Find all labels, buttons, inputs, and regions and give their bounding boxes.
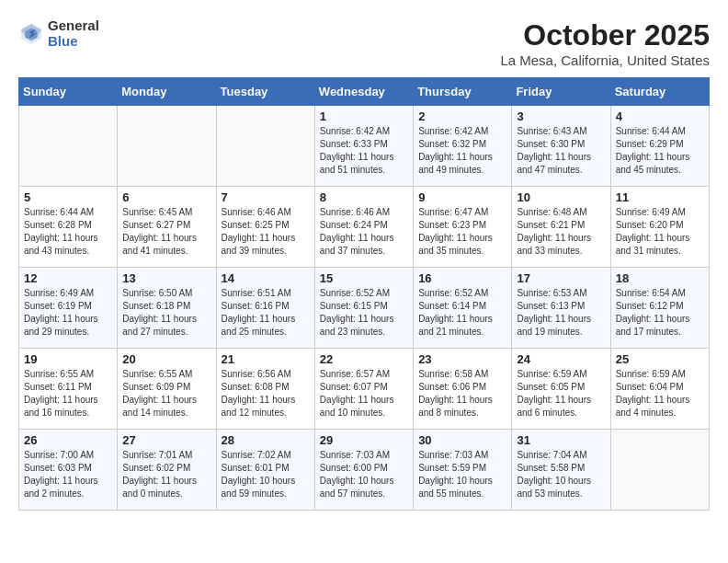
week-row-1: 1Sunrise: 6:42 AMSunset: 6:33 PMDaylight… bbox=[19, 106, 710, 187]
day-info: Sunrise: 7:00 AMSunset: 6:03 PMDaylight:… bbox=[24, 449, 112, 500]
logo-text: General Blue bbox=[48, 18, 99, 49]
day-info: Sunrise: 6:50 AMSunset: 6:18 PMDaylight:… bbox=[122, 287, 210, 339]
day-cell: 22Sunrise: 6:57 AMSunset: 6:07 PMDayligh… bbox=[314, 349, 413, 430]
day-cell: 28Sunrise: 7:02 AMSunset: 6:01 PMDayligh… bbox=[216, 430, 314, 511]
day-number: 8 bbox=[320, 190, 408, 204]
day-cell: 24Sunrise: 6:59 AMSunset: 6:05 PMDayligh… bbox=[512, 349, 610, 430]
day-cell: 19Sunrise: 6:55 AMSunset: 6:11 PMDayligh… bbox=[19, 349, 118, 430]
day-info: Sunrise: 6:42 AMSunset: 6:33 PMDaylight:… bbox=[320, 125, 408, 177]
day-number: 10 bbox=[517, 190, 605, 204]
day-number: 29 bbox=[320, 433, 408, 447]
weekday-header-row: SundayMondayTuesdayWednesdayThursdayFrid… bbox=[19, 78, 710, 106]
day-cell: 30Sunrise: 7:03 AMSunset: 5:59 PMDayligh… bbox=[414, 430, 512, 511]
day-info: Sunrise: 6:43 AMSunset: 6:30 PMDaylight:… bbox=[517, 125, 605, 177]
day-info: Sunrise: 6:45 AMSunset: 6:27 PMDaylight:… bbox=[122, 206, 210, 258]
day-info: Sunrise: 7:04 AMSunset: 5:58 PMDaylight:… bbox=[517, 449, 605, 500]
day-cell: 7Sunrise: 6:46 AMSunset: 6:25 PMDaylight… bbox=[216, 187, 314, 268]
day-cell bbox=[216, 106, 314, 187]
day-cell: 25Sunrise: 6:59 AMSunset: 6:04 PMDayligh… bbox=[610, 349, 709, 430]
day-info: Sunrise: 6:48 AMSunset: 6:21 PMDaylight:… bbox=[517, 206, 605, 258]
day-cell: 14Sunrise: 6:51 AMSunset: 6:16 PMDayligh… bbox=[216, 268, 314, 349]
day-info: Sunrise: 7:03 AMSunset: 6:00 PMDaylight:… bbox=[320, 449, 408, 500]
day-number: 9 bbox=[418, 190, 506, 204]
day-number: 2 bbox=[418, 109, 506, 123]
day-cell: 9Sunrise: 6:47 AMSunset: 6:23 PMDaylight… bbox=[414, 187, 512, 268]
day-number: 18 bbox=[616, 271, 704, 285]
weekday-header-saturday: Saturday bbox=[610, 78, 709, 106]
day-cell: 29Sunrise: 7:03 AMSunset: 6:00 PMDayligh… bbox=[314, 430, 413, 511]
day-cell: 2Sunrise: 6:42 AMSunset: 6:32 PMDaylight… bbox=[414, 106, 512, 187]
day-info: Sunrise: 6:54 AMSunset: 6:12 PMDaylight:… bbox=[616, 287, 704, 339]
week-row-5: 26Sunrise: 7:00 AMSunset: 6:03 PMDayligh… bbox=[19, 430, 710, 511]
logo-general-text: General bbox=[48, 18, 99, 34]
header: General Blue October 2025 La Mesa, Calif… bbox=[18, 18, 710, 68]
day-number: 3 bbox=[517, 109, 605, 123]
day-number: 23 bbox=[418, 352, 506, 366]
week-row-3: 12Sunrise: 6:49 AMSunset: 6:19 PMDayligh… bbox=[19, 268, 710, 349]
day-cell: 5Sunrise: 6:44 AMSunset: 6:28 PMDaylight… bbox=[19, 187, 118, 268]
day-cell bbox=[610, 430, 709, 511]
day-cell: 1Sunrise: 6:42 AMSunset: 6:33 PMDaylight… bbox=[314, 106, 413, 187]
day-number: 28 bbox=[222, 433, 310, 447]
day-info: Sunrise: 6:51 AMSunset: 6:16 PMDaylight:… bbox=[222, 287, 310, 339]
day-number: 25 bbox=[616, 352, 704, 366]
day-info: Sunrise: 6:49 AMSunset: 6:20 PMDaylight:… bbox=[616, 206, 704, 258]
logo-icon bbox=[18, 21, 44, 47]
title-area: October 2025 La Mesa, California, United… bbox=[500, 18, 710, 68]
weekday-header-tuesday: Tuesday bbox=[216, 78, 314, 106]
day-cell: 27Sunrise: 7:01 AMSunset: 6:02 PMDayligh… bbox=[118, 430, 216, 511]
day-number: 7 bbox=[222, 190, 310, 204]
day-number: 22 bbox=[320, 352, 408, 366]
day-info: Sunrise: 6:57 AMSunset: 6:07 PMDaylight:… bbox=[320, 368, 408, 419]
day-cell: 6Sunrise: 6:45 AMSunset: 6:27 PMDaylight… bbox=[118, 187, 216, 268]
day-number: 26 bbox=[24, 433, 112, 447]
day-info: Sunrise: 6:52 AMSunset: 6:14 PMDaylight:… bbox=[418, 287, 506, 339]
day-number: 6 bbox=[122, 190, 210, 204]
day-number: 11 bbox=[616, 190, 704, 204]
day-number: 5 bbox=[24, 190, 112, 204]
day-info: Sunrise: 6:59 AMSunset: 6:05 PMDaylight:… bbox=[517, 368, 605, 419]
day-info: Sunrise: 6:56 AMSunset: 6:08 PMDaylight:… bbox=[222, 368, 310, 419]
day-cell: 21Sunrise: 6:56 AMSunset: 6:08 PMDayligh… bbox=[216, 349, 314, 430]
day-info: Sunrise: 6:46 AMSunset: 6:25 PMDaylight:… bbox=[222, 206, 310, 258]
week-row-2: 5Sunrise: 6:44 AMSunset: 6:28 PMDaylight… bbox=[19, 187, 710, 268]
day-number: 14 bbox=[222, 271, 310, 285]
week-row-4: 19Sunrise: 6:55 AMSunset: 6:11 PMDayligh… bbox=[19, 349, 710, 430]
day-info: Sunrise: 6:52 AMSunset: 6:15 PMDaylight:… bbox=[320, 287, 408, 339]
day-number: 1 bbox=[320, 109, 408, 123]
month-title: October 2025 bbox=[500, 18, 710, 52]
location-title: La Mesa, California, United States bbox=[500, 52, 710, 68]
day-cell: 8Sunrise: 6:46 AMSunset: 6:24 PMDaylight… bbox=[314, 187, 413, 268]
weekday-header-thursday: Thursday bbox=[414, 78, 512, 106]
day-cell: 31Sunrise: 7:04 AMSunset: 5:58 PMDayligh… bbox=[512, 430, 610, 511]
day-cell: 16Sunrise: 6:52 AMSunset: 6:14 PMDayligh… bbox=[414, 268, 512, 349]
day-cell: 18Sunrise: 6:54 AMSunset: 6:12 PMDayligh… bbox=[610, 268, 709, 349]
weekday-header-monday: Monday bbox=[118, 78, 216, 106]
day-cell: 26Sunrise: 7:00 AMSunset: 6:03 PMDayligh… bbox=[19, 430, 118, 511]
calendar-table: SundayMondayTuesdayWednesdayThursdayFrid… bbox=[18, 77, 710, 511]
day-info: Sunrise: 6:44 AMSunset: 6:28 PMDaylight:… bbox=[24, 206, 112, 258]
day-number: 4 bbox=[616, 109, 704, 123]
day-cell: 13Sunrise: 6:50 AMSunset: 6:18 PMDayligh… bbox=[118, 268, 216, 349]
day-cell: 11Sunrise: 6:49 AMSunset: 6:20 PMDayligh… bbox=[610, 187, 709, 268]
day-info: Sunrise: 6:49 AMSunset: 6:19 PMDaylight:… bbox=[24, 287, 112, 339]
logo: General Blue bbox=[18, 18, 99, 49]
logo-blue-text: Blue bbox=[48, 34, 99, 50]
day-info: Sunrise: 7:02 AMSunset: 6:01 PMDaylight:… bbox=[222, 449, 310, 500]
weekday-header-sunday: Sunday bbox=[19, 78, 118, 106]
day-number: 20 bbox=[122, 352, 210, 366]
weekday-header-wednesday: Wednesday bbox=[314, 78, 413, 106]
day-cell: 4Sunrise: 6:44 AMSunset: 6:29 PMDaylight… bbox=[610, 106, 709, 187]
day-cell bbox=[19, 106, 118, 187]
day-info: Sunrise: 7:03 AMSunset: 5:59 PMDaylight:… bbox=[418, 449, 506, 500]
day-number: 24 bbox=[517, 352, 605, 366]
day-info: Sunrise: 6:46 AMSunset: 6:24 PMDaylight:… bbox=[320, 206, 408, 258]
day-info: Sunrise: 6:58 AMSunset: 6:06 PMDaylight:… bbox=[418, 368, 506, 419]
day-cell: 10Sunrise: 6:48 AMSunset: 6:21 PMDayligh… bbox=[512, 187, 610, 268]
day-cell: 17Sunrise: 6:53 AMSunset: 6:13 PMDayligh… bbox=[512, 268, 610, 349]
day-cell: 12Sunrise: 6:49 AMSunset: 6:19 PMDayligh… bbox=[19, 268, 118, 349]
day-number: 30 bbox=[418, 433, 506, 447]
day-info: Sunrise: 6:59 AMSunset: 6:04 PMDaylight:… bbox=[616, 368, 704, 419]
day-info: Sunrise: 6:44 AMSunset: 6:29 PMDaylight:… bbox=[616, 125, 704, 177]
day-info: Sunrise: 6:42 AMSunset: 6:32 PMDaylight:… bbox=[418, 125, 506, 177]
